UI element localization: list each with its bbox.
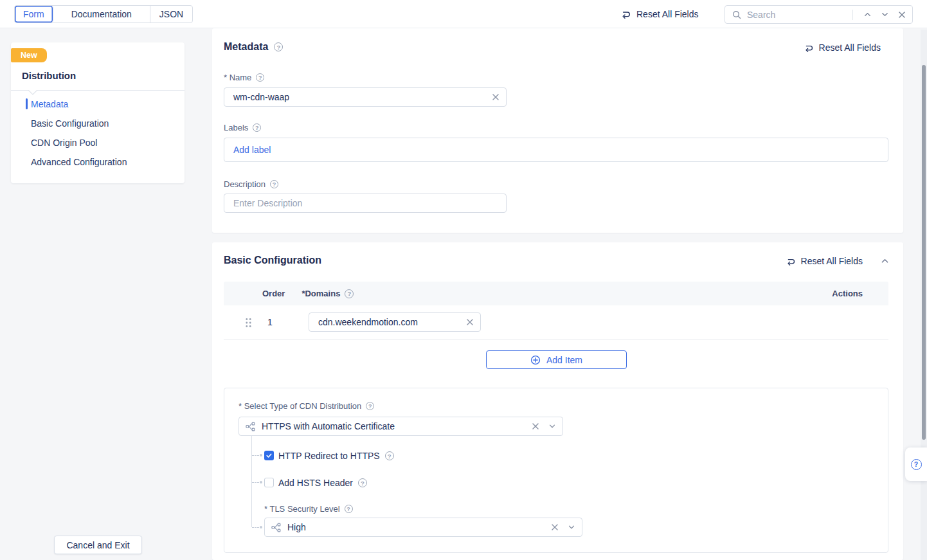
cdn-type-label: * Select Type of CDN Distribution ? — [239, 401, 374, 411]
domains-table-header: Order *Domains ? Actions — [224, 282, 888, 305]
metadata-section: Metadata ? Reset All Fields * Name ? Lab… — [212, 28, 903, 233]
help-icon[interactable]: ? — [270, 180, 278, 188]
help-icon[interactable]: ? — [274, 42, 283, 51]
help-icon[interactable]: ? — [358, 478, 367, 487]
description-field-label: Description ? — [224, 179, 278, 189]
tls-label-text: * TLS Security Level — [264, 504, 340, 514]
chevron-down-icon[interactable] — [568, 523, 575, 531]
branch-nodes-icon — [271, 523, 281, 532]
add-label-button[interactable]: Add label — [233, 145, 271, 155]
tab-json[interactable]: JSON — [150, 6, 192, 23]
help-icon[interactable]: ? — [345, 505, 353, 513]
scrollbar-thumb[interactable] — [922, 65, 926, 440]
row-order-value: 1 — [267, 317, 273, 327]
reset-icon — [804, 43, 814, 53]
sidebar-item-advanced-configuration[interactable]: Advanced Configuration — [31, 157, 127, 167]
clear-selection-icon[interactable] — [551, 523, 559, 531]
tree-connector — [251, 436, 252, 527]
help-icon: ? — [911, 459, 922, 470]
hsts-label: Add HSTS Header ? — [278, 478, 367, 488]
cdn-type-dropdown[interactable]: HTTPS with Automatic Certificate — [239, 417, 563, 436]
name-label-text: * Name — [224, 73, 251, 82]
add-item-button[interactable]: Add Item — [486, 350, 627, 369]
tls-level-value: High — [287, 522, 306, 532]
name-field-label: * Name ? — [224, 73, 264, 82]
description-input[interactable] — [224, 194, 506, 212]
tab-form[interactable]: Form — [15, 6, 53, 23]
reset-icon — [786, 257, 796, 266]
labels-box: Add label — [224, 138, 888, 162]
new-badge: New — [11, 48, 47, 62]
column-actions: Actions — [832, 289, 863, 298]
basic-title-text: Basic Configuration — [224, 255, 321, 266]
nav-panel-title: Distribution — [22, 70, 76, 81]
tls-level-dropdown[interactable]: High — [264, 518, 582, 537]
basic-configuration-section: Basic Configuration Reset All Fields Ord… — [212, 242, 903, 560]
reset-all-fields-label: Reset All Fields — [636, 9, 698, 19]
divider — [852, 10, 853, 20]
column-order: Order — [262, 289, 285, 298]
sidebar-item-cdn-origin-pool[interactable]: CDN Origin Pool — [31, 138, 97, 148]
http-redirect-label-text: HTTP Redirect to HTTPS — [278, 451, 380, 461]
cancel-and-exit-button[interactable]: Cancel and Exit — [54, 536, 142, 554]
help-icon[interactable]: ? — [253, 123, 261, 132]
chevron-down-icon[interactable] — [548, 422, 556, 430]
column-domains: *Domains — [302, 289, 340, 298]
cdn-type-label-text: * Select Type of CDN Distribution — [239, 401, 361, 411]
description-input-wrap — [224, 194, 507, 213]
hsts-label-text: Add HSTS Header — [278, 478, 353, 488]
basic-configuration-title: Basic Configuration — [224, 255, 321, 266]
labels-field-label: Labels ? — [224, 123, 261, 132]
drag-handle-icon[interactable] — [245, 318, 252, 328]
domain-input-wrap — [309, 312, 481, 332]
description-label-text: Description — [224, 179, 266, 189]
active-nav-indicator — [26, 98, 28, 109]
tree-connector — [260, 454, 262, 456]
clear-selection-icon[interactable] — [532, 422, 539, 430]
hsts-checkbox[interactable] — [264, 478, 274, 487]
clear-domain-icon[interactable] — [465, 318, 480, 326]
name-input[interactable] — [224, 88, 491, 106]
cdn-type-box: * Select Type of CDN Distribution ? HTTP… — [224, 388, 888, 553]
tree-connector — [252, 455, 259, 456]
collapse-notch-icon — [28, 90, 38, 96]
form-nav-panel: New Distribution Metadata Basic Configur… — [11, 42, 184, 183]
collapse-section-icon[interactable] — [881, 258, 888, 264]
sidebar-item-metadata[interactable]: Metadata — [31, 99, 68, 109]
tls-level-label: * TLS Security Level ? — [264, 504, 353, 514]
cdn-type-value: HTTPS with Automatic Certificate — [262, 421, 395, 431]
name-input-wrap — [224, 87, 507, 107]
branch-nodes-icon — [246, 422, 255, 431]
search-prev-icon[interactable] — [863, 10, 872, 19]
tree-connector — [252, 527, 259, 528]
tree-connector — [260, 481, 262, 483]
help-icon[interactable]: ? — [256, 73, 264, 82]
reset-all-fields-button[interactable]: Reset All Fields — [621, 0, 698, 28]
domain-input[interactable] — [309, 313, 465, 331]
help-icon[interactable]: ? — [366, 402, 374, 410]
tab-documentation[interactable]: Documentation — [53, 6, 150, 23]
basic-reset-button[interactable]: Reset All Fields — [786, 256, 863, 266]
help-icon[interactable]: ? — [385, 451, 394, 460]
search-bar[interactable]: Search — [724, 5, 913, 24]
sidebar-item-basic-configuration[interactable]: Basic Configuration — [31, 118, 109, 129]
domains-table: Order *Domains ? Actions 1 — [224, 282, 888, 339]
search-placeholder: Search — [747, 10, 775, 20]
clear-name-icon[interactable] — [491, 93, 506, 101]
basic-reset-label: Reset All Fields — [801, 256, 863, 266]
http-redirect-checkbox[interactable] — [264, 451, 274, 460]
metadata-section-title: Metadata ? — [224, 41, 283, 53]
table-row: 1 — [224, 305, 888, 339]
reset-icon — [621, 9, 631, 19]
search-next-icon[interactable] — [881, 10, 889, 19]
tree-connector — [260, 526, 262, 528]
help-icon[interactable]: ? — [345, 289, 354, 298]
metadata-title-text: Metadata — [224, 41, 268, 53]
view-tab-group: Form Documentation JSON — [14, 5, 193, 23]
add-item-label: Add Item — [546, 355, 582, 365]
search-close-icon[interactable] — [898, 11, 906, 19]
help-flap-button[interactable]: ? — [905, 447, 927, 481]
metadata-reset-label: Reset All Fields — [819, 42, 881, 53]
plus-circle-icon — [530, 355, 541, 365]
metadata-reset-button[interactable]: Reset All Fields — [804, 42, 881, 53]
